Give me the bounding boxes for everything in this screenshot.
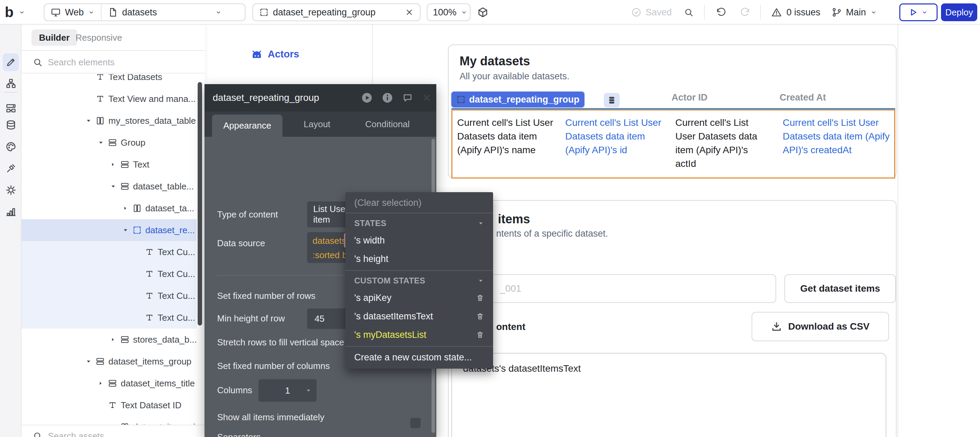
tree-item-my-stores-data-table[interactable]: my_stores_data_table: [22, 110, 197, 132]
branch-selector[interactable]: Main: [832, 3, 877, 21]
rail-item-plugins[interactable]: [3, 159, 19, 177]
caret-down-icon[interactable]: [97, 139, 104, 146]
menu-item-s-height[interactable]: 's height: [345, 249, 493, 268]
caret-right-icon[interactable]: [97, 380, 103, 386]
robot-icon: [251, 49, 263, 59]
page-selector[interactable]: datasets: [101, 4, 228, 21]
repeating-group-selection[interactable]: Current cell's List User Datasets data i…: [451, 110, 895, 178]
tab-appearance[interactable]: Appearance: [212, 114, 282, 137]
caret-down-icon[interactable]: [85, 358, 92, 365]
comment-icon[interactable]: [402, 92, 413, 103]
check-circle-icon: [631, 7, 641, 17]
menu-item-s-width[interactable]: 's width: [345, 231, 493, 249]
actors-nav-item[interactable]: Actors: [251, 49, 299, 60]
menu-item-create-a-new-custom-state[interactable]: Create a new custom state...: [345, 349, 493, 366]
chevron-down-icon: [477, 277, 484, 284]
get-dataset-items-label: Get dataset items: [800, 283, 880, 294]
caret-down-icon[interactable]: [122, 227, 129, 234]
rail-item-settings[interactable]: [3, 181, 19, 199]
rail-item-design[interactable]: [3, 53, 19, 71]
tree-item-text-cu-[interactable]: Text Cu...: [22, 285, 197, 307]
bubble-logo[interactable]: b: [5, 3, 13, 21]
columns-label: Columns: [217, 385, 252, 396]
caret-right-icon[interactable]: [110, 337, 116, 343]
info-icon[interactable]: [382, 92, 393, 103]
issues-indicator[interactable]: 0 issues: [772, 3, 820, 21]
show-all-items-checkbox[interactable]: [410, 418, 421, 428]
tree-item-text-datasets[interactable]: Text Datasets: [22, 74, 197, 88]
tree-item-label: my_stores_data_table: [108, 116, 196, 126]
tree-item-text-cu-[interactable]: Text Cu...: [22, 307, 197, 329]
caret-down-icon[interactable]: [85, 117, 92, 124]
trash-icon[interactable]: [476, 294, 484, 302]
menu-item-clear-selection[interactable]: (Clear selection): [345, 195, 493, 211]
preview-element-icon[interactable]: [361, 92, 373, 103]
menu-item-s-apikey[interactable]: 's apiKey: [345, 289, 493, 307]
tree-item-text-dataset-id[interactable]: Text Dataset ID: [22, 394, 197, 416]
tree-item-dataset-re-[interactable]: dataset_re...: [22, 219, 197, 241]
rail-item-styles[interactable]: [3, 138, 19, 156]
my-datasets-card: My datasets All your available datasets.…: [448, 44, 897, 178]
tab-builder[interactable]: Builder: [32, 29, 77, 46]
rail-item-workflow[interactable]: [3, 75, 19, 92]
caret-right-icon[interactable]: [110, 161, 116, 168]
logo-chevron-icon[interactable]: [19, 3, 25, 21]
search-elements-input[interactable]: [48, 57, 171, 68]
tree-item-text-cu-[interactable]: Text Cu...: [22, 263, 197, 285]
zoom-control[interactable]: 100%: [427, 3, 471, 21]
close-icon[interactable]: [405, 8, 414, 17]
get-dataset-items-button[interactable]: Get dataset items: [784, 274, 896, 303]
toolbar: b Web datasets dataset_repeating_group: [0, 0, 980, 25]
close-icon[interactable]: [422, 93, 431, 103]
deploy-button[interactable]: Deploy: [941, 3, 977, 21]
mode-selector[interactable]: Web: [45, 4, 101, 21]
tree-item-stores-data-b-[interactable]: stores_data_b...: [22, 329, 197, 351]
tree-item-dataset-ta-[interactable]: dataset_ta...: [22, 197, 197, 219]
tab-responsive[interactable]: Responsive: [76, 29, 122, 46]
menu-section-states[interactable]: STATES: [345, 215, 493, 231]
tab-conditional[interactable]: Conditional: [365, 111, 410, 137]
gear-icon: [5, 184, 16, 195]
columns-icon: [132, 204, 143, 213]
redo-button[interactable]: [740, 3, 750, 21]
menu-item-s-datasetitemstext[interactable]: 's datasetItemsText: [345, 307, 493, 326]
search-button[interactable]: [684, 3, 694, 21]
menu-item-label: (Clear selection): [354, 198, 422, 208]
tree-scrollbar[interactable]: [198, 82, 202, 326]
tree-item-text-cu-[interactable]: Text Cu...: [22, 241, 197, 263]
tab-layout[interactable]: Layout: [304, 111, 330, 137]
tree-item-text-view-and-mana-[interactable]: Text View and mana...: [22, 88, 197, 110]
tree-item-dataset-table-[interactable]: dataset_table...: [22, 175, 197, 197]
properties-panel-header[interactable]: dataset_repeating_group: [204, 84, 436, 111]
tree-item-dataset-items-group[interactable]: dataset_items_group: [22, 351, 197, 372]
element-tab[interactable]: dataset_repeating_group: [252, 3, 421, 21]
columns-select[interactable]: 1: [259, 379, 317, 402]
tree-item-text[interactable]: Text: [22, 154, 197, 175]
bubble-editor: b Web datasets dataset_repeating_group: [0, 0, 980, 437]
dataset-id-input[interactable]: _001: [460, 274, 776, 303]
preview-button[interactable]: [899, 3, 938, 21]
component-library-button[interactable]: [477, 3, 488, 21]
undo-button[interactable]: [716, 3, 726, 21]
fixed-columns-label: Set fixed number of columns: [217, 361, 330, 371]
trash-icon[interactable]: [476, 331, 484, 339]
caret-right-icon[interactable]: [122, 205, 128, 211]
column-header-created-at: Created At: [780, 92, 826, 103]
caret-down-icon[interactable]: [110, 183, 116, 190]
download-csv-button[interactable]: Download as CSV: [752, 312, 889, 341]
rail-item-data[interactable]: [3, 116, 19, 134]
selected-element-chip[interactable]: dataset_repeating_group: [451, 92, 584, 107]
tree-item-label: dataset_items_group: [108, 356, 191, 367]
tree-item-dataset-items-title[interactable]: dataset_items_title: [22, 372, 197, 394]
rail-item-logs[interactable]: [3, 203, 19, 221]
trash-icon[interactable]: [476, 312, 484, 320]
search-assets-input[interactable]: [48, 431, 171, 437]
toolbar-divider: [704, 5, 705, 20]
rail-item-components[interactable]: [3, 99, 19, 117]
tree-item-group[interactable]: Group: [22, 132, 197, 154]
tree-item-dataset-items-in-[interactable]: dataset_items_in...: [22, 416, 197, 425]
data-source-chip[interactable]: [604, 93, 620, 107]
menu-item-s-mydatasetslist[interactable]: 's myDatasetsList: [345, 326, 493, 344]
play-icon: [909, 8, 918, 17]
menu-section-custom-states[interactable]: CUSTOM STATES: [345, 273, 493, 289]
